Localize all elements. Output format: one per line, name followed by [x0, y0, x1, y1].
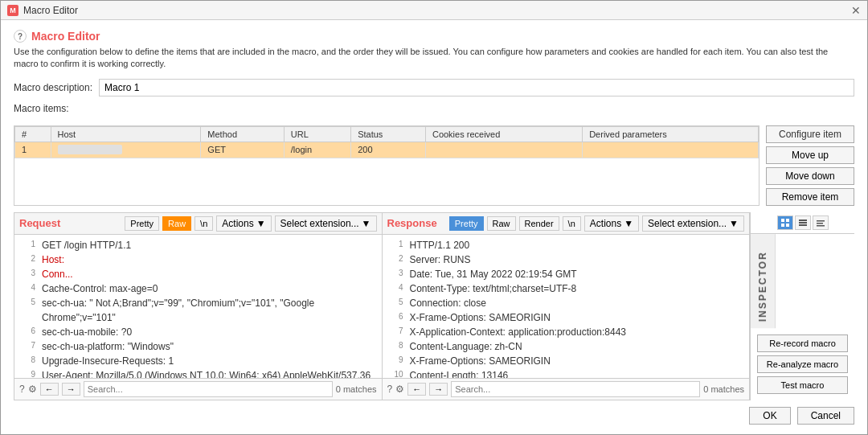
cancel-button[interactable]: Cancel	[797, 407, 854, 425]
cell-host	[51, 142, 201, 158]
request-panel: Request Pretty Raw \n Actions ▼ Select e…	[14, 212, 383, 400]
inspector-top	[751, 212, 854, 234]
info-icon[interactable]: ?	[14, 30, 27, 43]
cell-url: /login	[284, 142, 350, 158]
macro-desc-input[interactable]	[99, 79, 854, 96]
res-line-7: 7X-Application-Context: application:prod…	[387, 325, 745, 339]
rerecord-macro-button[interactable]: Re-record macro	[757, 334, 848, 352]
title-bar-text: Macro Editor	[23, 5, 78, 16]
req-line-5: 5sec-ch-ua: " Not A;Brand";v="99", "Chro…	[19, 296, 377, 325]
res-line-3: 3Date: Tue, 31 May 2022 02:19:54 GMT	[387, 267, 745, 281]
bottom-row: Request Pretty Raw \n Actions ▼ Select e…	[14, 212, 854, 400]
close-button[interactable]: ✕	[851, 5, 861, 16]
req-nav-fwd[interactable]: →	[62, 383, 80, 396]
macro-editor-window: M Macro Editor ✕ ? Macro Editor Use the …	[0, 0, 868, 435]
res-line-5: 5Connection: close	[387, 296, 745, 310]
svg-rect-4	[799, 220, 807, 221]
req-settings-icon[interactable]: ⚙	[28, 384, 37, 395]
request-tab-raw[interactable]: Raw	[162, 216, 191, 231]
col-host: Host	[51, 126, 201, 142]
response-content: 1HTTP/1.1 200 2Server: RUNS 3Date: Tue, …	[383, 235, 750, 378]
move-down-button[interactable]: Move down	[766, 167, 854, 185]
editor-title-text: Macro Editor	[31, 30, 100, 43]
response-tab-render[interactable]: Render	[519, 216, 559, 231]
view-toggle	[777, 215, 829, 230]
res-search-input[interactable]	[451, 381, 700, 397]
res-line-1: 1HTTP/1.1 200	[387, 238, 745, 252]
title-bar: M Macro Editor ✕	[1, 1, 867, 20]
response-header: Response Pretty Raw Render \n Actions ▼	[383, 213, 750, 235]
list-icon	[798, 218, 808, 228]
res-line-2: 2Server: RUNS	[387, 252, 745, 267]
remove-item-button[interactable]: Remove item	[766, 188, 854, 206]
response-tab-newline[interactable]: \n	[563, 216, 581, 231]
response-tab-pretty[interactable]: Pretty	[449, 216, 484, 231]
grid-icon	[780, 218, 790, 228]
response-toolbar: Pretty Raw Render \n Actions ▼ Select ex…	[449, 215, 744, 232]
res-help-icon[interactable]: ?	[387, 384, 393, 395]
request-actions-dropdown[interactable]: Actions ▼	[216, 215, 271, 232]
col-cookies: Cookies received	[425, 126, 582, 142]
req-search-input[interactable]	[84, 381, 333, 397]
request-select-extension[interactable]: Select extension... ▼	[275, 215, 377, 232]
configure-item-button[interactable]: Configure item	[766, 125, 854, 143]
req-line-3: 3Conn...	[19, 267, 377, 281]
req-line-1: 1GET /login HTTP/1.1	[19, 238, 377, 252]
response-select-ext-label: Select extension...	[648, 218, 727, 229]
request-select-ext-chevron: ▼	[362, 218, 371, 229]
table-section: # Host Method URL Status Cookies receive…	[14, 125, 854, 206]
req-matches: 0 matches	[336, 384, 377, 394]
cell-status: 200	[351, 142, 426, 158]
view-btn-grid[interactable]	[777, 215, 793, 230]
request-title: Request	[19, 217, 60, 229]
svg-rect-3	[786, 224, 789, 227]
res-matches: 0 matches	[703, 384, 744, 394]
request-actions-chevron: ▼	[256, 218, 266, 229]
col-num: #	[15, 126, 51, 142]
col-url: URL	[284, 126, 350, 142]
macro-items-label: Macro items:	[14, 103, 854, 114]
macro-desc-row: Macro description:	[14, 79, 854, 96]
col-status: Status	[351, 126, 426, 142]
response-panel: Response Pretty Raw Render \n Actions ▼	[383, 212, 751, 400]
res-nav-fwd[interactable]: →	[429, 383, 448, 396]
res-nav-back[interactable]: ←	[407, 383, 426, 396]
cell-method: GET	[201, 142, 284, 158]
test-macro-button[interactable]: Test macro	[757, 376, 848, 394]
req-line-7: 7sec-ch-ua-platform: "Windows"	[19, 339, 377, 354]
description-text: Use the configuration below to define th…	[14, 46, 854, 71]
inspector-label: INSPECTOR	[751, 234, 776, 328]
ok-button[interactable]: OK	[749, 407, 790, 425]
svg-rect-8	[817, 223, 823, 224]
macro-table-wrapper: # Host Method URL Status Cookies receive…	[14, 125, 760, 206]
svg-rect-1	[786, 219, 789, 222]
svg-rect-6	[799, 224, 807, 226]
response-actions-dropdown[interactable]: Actions ▼	[584, 215, 639, 232]
cell-cookies	[425, 142, 582, 158]
reanalyze-macro-button[interactable]: Re-analyze macro	[757, 355, 848, 373]
response-actions-chevron: ▼	[624, 218, 633, 229]
response-tab-raw[interactable]: Raw	[487, 216, 516, 231]
response-title: Response	[387, 217, 437, 229]
view-btn-list[interactable]	[795, 215, 811, 230]
view-btn-text[interactable]	[813, 215, 829, 230]
request-select-ext-label: Select extension...	[280, 218, 359, 229]
res-settings-icon[interactable]: ⚙	[395, 384, 404, 395]
req-line-8: 8Upgrade-Insecure-Requests: 1	[19, 354, 377, 368]
req-nav-back[interactable]: ←	[40, 383, 59, 396]
request-tab-newline[interactable]: \n	[194, 216, 213, 231]
svg-rect-5	[799, 222, 807, 224]
req-line-9: 9User-Agent: Mozilla/5.0 (Windows NT 10.…	[19, 368, 377, 378]
table-row[interactable]: 1 GET /login 200	[15, 142, 759, 158]
move-up-button[interactable]: Move up	[766, 146, 854, 164]
response-select-extension[interactable]: Select extension... ▼	[642, 215, 744, 232]
cell-derived	[583, 142, 759, 158]
panels-area: Request Pretty Raw \n Actions ▼ Select e…	[14, 212, 750, 400]
req-help-icon[interactable]: ?	[19, 384, 25, 395]
table-buttons: Configure item Move up Move down Remove …	[766, 125, 854, 206]
request-toolbar: Pretty Raw \n Actions ▼ Select extension…	[125, 215, 376, 232]
col-derived: Derived parameters	[583, 126, 759, 142]
res-line-9: 9X-Frame-Options: SAMEORIGIN	[387, 354, 745, 368]
response-select-ext-chevron: ▼	[729, 218, 739, 229]
request-tab-pretty[interactable]: Pretty	[125, 216, 159, 231]
